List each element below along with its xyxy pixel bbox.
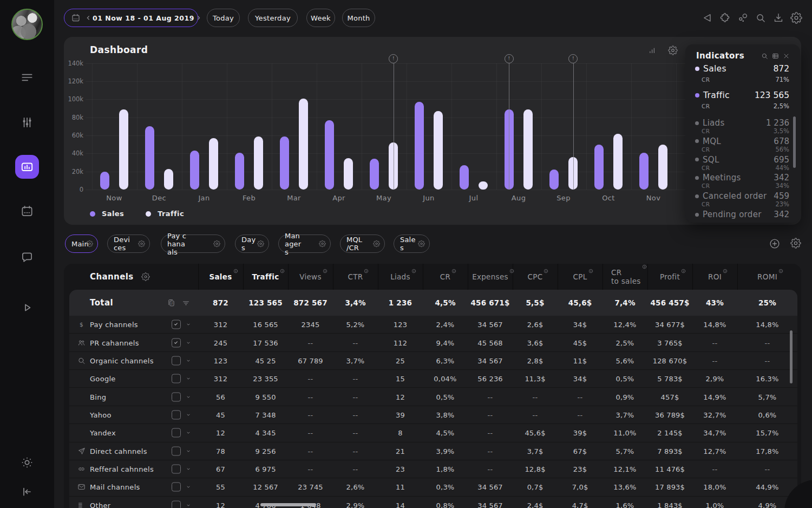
checkbox[interactable] <box>172 356 181 365</box>
cursor-arrow-icon[interactable] <box>701 12 713 24</box>
sidebar-item-collapse-left[interactable] <box>20 485 34 499</box>
indicator-item-traffic[interactable]: Traffic123 565 <box>695 90 789 100</box>
chevron-down-icon[interactable] <box>185 375 192 382</box>
filter-chip-managers[interactable]: Managers <box>278 235 331 253</box>
chevron-down-icon[interactable] <box>185 411 192 419</box>
chevron-down-icon[interactable] <box>185 502 192 508</box>
settings-gear-icon[interactable] <box>319 240 326 248</box>
info-icon[interactable] <box>588 269 593 273</box>
download-icon[interactable] <box>772 12 784 24</box>
table-row-mail-channels[interactable]: Mail channels5512 56723 7452,6%110,3%34 … <box>69 478 797 496</box>
settings-gear-icon[interactable] <box>141 272 150 281</box>
info-icon[interactable] <box>778 269 783 273</box>
sidebar-item-sliders[interactable] <box>20 115 34 129</box>
settings-gear-icon[interactable] <box>86 240 93 248</box>
stats-bars-icon[interactable] <box>647 45 657 55</box>
chevron-down-icon[interactable] <box>185 357 192 364</box>
share-bubbles-icon[interactable] <box>737 12 749 24</box>
column-header-cpl[interactable]: CPL <box>558 264 603 290</box>
indicators-scrollbar[interactable] <box>793 116 796 168</box>
range-button-week[interactable]: Week <box>306 9 335 27</box>
plus-circle-icon[interactable] <box>769 238 781 250</box>
column-header-expenses[interactable]: Expenses <box>468 264 513 290</box>
table-row-pr-cahannels[interactable]: PR cahannels24517 536----1129,4%45 5683,… <box>69 334 797 351</box>
settings-gear-icon[interactable] <box>790 12 802 24</box>
table-row-yandex[interactable]: Yandex124 345----84,5%--45,6$39$11,0%2 1… <box>69 424 797 442</box>
checkbox[interactable] <box>172 428 181 438</box>
settings-gear-icon[interactable] <box>790 238 801 250</box>
info-icon[interactable] <box>642 264 647 269</box>
vertical-scrollbar[interactable] <box>790 330 793 383</box>
sidebar-item-bar-chart[interactable] <box>15 155 39 179</box>
column-header-ctr[interactable]: CTR <box>333 264 378 290</box>
indicator-item-sales[interactable]: Sales872 <box>695 64 789 74</box>
column-header-cpc[interactable]: CPC <box>513 264 558 290</box>
indicator-item-canceled-order[interactable]: Canceled order459 <box>695 191 789 201</box>
chevron-down-icon[interactable] <box>185 339 192 347</box>
table-row-direct-cahnnels[interactable]: Direct cahnnels789 256----213,9%--3,7$67… <box>69 442 797 460</box>
table-row-other[interactable]: Other124 7861 6482,9%140,8%34 5672,4$4,7… <box>69 497 797 508</box>
sidebar-item-play[interactable] <box>20 301 34 315</box>
sidebar-item-menu[interactable] <box>20 70 34 84</box>
settings-gear-icon[interactable] <box>373 240 380 248</box>
copy-pages-icon[interactable]: 2 <box>167 298 176 308</box>
sidebar-item-calendar[interactable] <box>20 204 34 218</box>
filter-chip-pay-chanaals[interactable]: Pay chanaals <box>161 235 225 253</box>
info-icon[interactable] <box>411 269 416 273</box>
column-header-sales[interactable]: Sales <box>198 264 243 290</box>
chevron-right-icon[interactable] <box>194 14 203 22</box>
info-icon[interactable] <box>451 269 456 273</box>
chevron-down-icon[interactable] <box>185 321 192 328</box>
table-row-bing[interactable]: Bing569 550----120,5%------0,9%457$14,9%… <box>69 388 797 406</box>
indicator-item-meetings[interactable]: Meetings342 <box>695 173 789 183</box>
column-header-traffic[interactable]: Traffic <box>243 264 288 290</box>
legend-item-sales[interactable]: Sales <box>90 210 124 218</box>
table-row-pay-channels[interactable]: $Pay channels31216 56523455,2%1232,4%34 … <box>69 316 797 334</box>
column-header-views[interactable]: Views <box>288 264 333 290</box>
checkbox[interactable] <box>172 410 181 419</box>
table-row-refferal-cahnnels[interactable]: Refferal cahnnels676 975----231,8%--12,8… <box>69 460 797 478</box>
filter-chip-mql-cr[interactable]: MQL /CR <box>340 235 385 253</box>
annotation-marker[interactable]: ! <box>505 54 514 63</box>
settings-gear-icon[interactable] <box>257 240 264 248</box>
close-icon[interactable] <box>782 52 790 60</box>
channels-column-header[interactable]: Channels <box>90 272 134 282</box>
search-icon[interactable] <box>755 12 767 24</box>
info-icon[interactable] <box>233 269 238 273</box>
chevron-down-icon[interactable] <box>185 447 192 455</box>
table-row-google[interactable]: Google31223 355----150,04%56 23611,3$34$… <box>69 370 797 388</box>
settings-gear-icon[interactable] <box>668 45 678 55</box>
checkbox[interactable] <box>172 392 181 401</box>
chevron-down-icon[interactable] <box>185 465 192 473</box>
table-row-yahoo[interactable]: Yahoo457 348----393,8%------3,7%36 789$3… <box>69 406 797 424</box>
column-header-roi[interactable]: ROI <box>692 264 737 290</box>
annotation-marker[interactable]: ! <box>389 54 398 63</box>
indicator-item-liads[interactable]: Liads1 236 <box>695 118 789 128</box>
settings-gear-icon[interactable] <box>213 240 220 248</box>
info-icon[interactable] <box>543 269 548 273</box>
column-header-liads[interactable]: Liads <box>378 264 423 290</box>
indicator-item-sql[interactable]: SQL695 <box>695 155 789 165</box>
checkbox[interactable] <box>172 483 181 492</box>
date-range-picker[interactable]: 01 Now 18 - 01 Aug 2019 <box>64 9 198 27</box>
info-icon[interactable] <box>280 269 285 273</box>
checkbox[interactable] <box>172 465 181 474</box>
range-button-today[interactable]: Today <box>207 9 240 27</box>
info-icon[interactable] <box>681 269 686 273</box>
sidebar-item-brightness[interactable] <box>20 455 34 470</box>
column-header-romi[interactable]: ROMI <box>737 264 797 290</box>
filter-chip-days[interactable]: Days <box>235 235 269 253</box>
column-header-profit[interactable]: Profit <box>647 264 692 290</box>
filter-lines-icon[interactable] <box>181 298 191 308</box>
checkbox-checked[interactable] <box>172 320 181 329</box>
search-icon[interactable] <box>761 52 769 60</box>
indicator-item-mql[interactable]: MQL678 <box>695 136 789 146</box>
filter-chip-sales[interactable]: Sales <box>394 235 430 253</box>
annotation-marker[interactable]: ! <box>568 54 578 63</box>
info-icon[interactable] <box>364 269 369 273</box>
info-icon[interactable] <box>723 269 728 273</box>
table-grid-icon[interactable] <box>771 52 780 60</box>
horizontal-scrollbar[interactable] <box>260 503 316 506</box>
chevron-down-icon[interactable] <box>185 393 192 401</box>
range-button-month[interactable]: Month <box>342 9 375 27</box>
